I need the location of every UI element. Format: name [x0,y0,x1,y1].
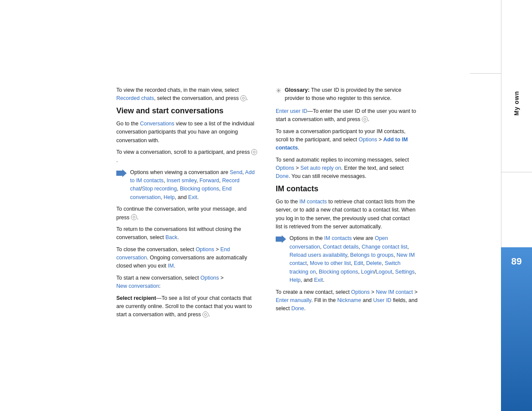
belongs-link[interactable]: Belongs to groups [350,252,394,258]
exit-link2[interactable]: Exit [314,277,323,283]
done-link1[interactable]: Done [276,173,289,179]
enter-user-id-link[interactable]: Enter user ID [276,108,308,114]
section1-p2: To view a conversation, scroll to a part… [116,148,258,165]
joystick-icon-inline [240,95,246,101]
page-container: My own 89 To view the recorded chats, in… [0,0,532,411]
glossary-text: Glossary: The user ID is provided by the… [285,86,418,103]
intro-text: To view the recorded chats, in the main … [116,87,239,93]
note1-text: Options when viewing a conversation are … [130,168,258,202]
svg-marker-1 [276,235,286,243]
svg-marker-0 [116,169,127,177]
section2-p1: Go to the IM contacts to retrieve chat c… [276,198,418,231]
joystick-icon3 [131,214,137,220]
user-id-link[interactable]: User ID [373,297,391,303]
delete-link[interactable]: Delete [366,260,382,266]
left-column: To view the recorded chats, in the main … [116,86,258,394]
intro-text2: , select the conversation, and press [154,95,240,101]
blocking-options-link[interactable]: Blocking options [180,186,219,192]
right-sidebar: My own 89 [501,0,532,411]
new-im-contact-link[interactable]: New IM contact [376,289,413,295]
conversations-link[interactable]: Conversations [140,121,174,127]
login-link[interactable]: Login [361,269,374,275]
recorded-chats-link[interactable]: Recorded chats [116,95,154,101]
back-link[interactable]: Back [165,234,177,240]
sidebar-label-area: My own [501,78,532,129]
options-save-link[interactable]: Options [358,137,377,143]
enter-user-id-para: Enter user ID—To enter the user ID of th… [276,107,418,124]
note-arrow-icon [116,169,127,177]
joystick-icon4 [202,311,208,318]
joystick-icon2 [251,149,257,155]
nickname-link[interactable]: Nickname [337,297,361,303]
stop-recording-link[interactable]: Stop recording [142,186,177,192]
help-link2[interactable]: Help [289,277,301,283]
change-contact-link[interactable]: Change contact list [361,244,407,250]
exit-link[interactable]: Exit [188,194,197,200]
create-new-contact-para: To create a new contact, select Options … [276,288,418,313]
glossary-box: ✳ Glossary: The user ID is provided by t… [276,86,418,103]
options-link1[interactable]: Options [196,246,214,252]
im-contacts-link[interactable]: IM contacts [299,199,327,205]
help-link[interactable]: Help [164,194,175,200]
glossary-label: Glossary: [285,87,310,93]
select-recipient-bold: Select recipient [116,295,156,301]
section2-heading: IM contacts [276,184,418,193]
page-number: 89 [511,256,522,267]
p5: To close the conversation, select Option… [116,246,258,271]
section1-heading: View and start conversations [116,106,258,115]
note-box-2: Options in the IM contacts view are Open… [276,234,418,284]
im-contacts-link2[interactable]: IM contacts [324,235,352,241]
set-auto-reply-link[interactable]: Set auto reply on [300,165,341,171]
note2-text: Options in the IM contacts view are Open… [289,234,418,284]
done-link2[interactable]: Done [291,305,304,311]
options-link2[interactable]: Options [200,275,219,281]
im-link[interactable]: IM [168,263,174,269]
section1-p1: Go to the Conversations view to see a li… [116,120,258,145]
new-conversation-link[interactable]: New conversation [116,283,159,289]
auto-reply-para: To send automatic replies to incoming me… [276,156,418,181]
logout-link[interactable]: Logout [376,269,392,275]
options-auto-link[interactable]: Options [276,165,294,171]
main-content: To view the recorded chats, in the main … [0,0,501,411]
reload-link[interactable]: Reload users availability [289,252,347,258]
blocking-link[interactable]: Blocking options [319,269,358,275]
note-arrow-icon2 [276,235,286,243]
page-number-box: 89 [501,247,532,411]
edit-link[interactable]: Edit [354,260,363,266]
insert-smiley-link[interactable]: Insert smiley [167,177,196,184]
settings-link[interactable]: Settings [395,269,414,275]
contact-details-link[interactable]: Contact details [323,244,359,250]
send-link[interactable]: Send [230,169,242,175]
p4: To return to the conversations list with… [116,225,258,242]
move-to-link[interactable]: Move to other list [310,260,351,266]
p3: To continue the conversation, write your… [116,205,258,222]
add-to-im-contacts-link[interactable]: Add to IM contacts [276,137,408,151]
enter-manually-link[interactable]: Enter manually [276,297,311,303]
right-column: ✳ Glossary: The user ID is provided by t… [276,86,418,394]
glossary-icon: ✳ [276,87,281,103]
joystick-icon5 [362,116,368,122]
sidebar-label: My own [513,91,520,115]
p6: To start a new conversation, select Opti… [116,274,258,291]
intro-para: To view the recorded chats, in the main … [116,86,258,103]
forward-link[interactable]: Forward [199,177,219,184]
save-participant-para: To save a conversation participant to yo… [276,128,418,153]
options-new-link[interactable]: Options [351,289,370,295]
p7: Select recipient—To see a list of your c… [116,294,258,319]
note-box-1: Options when viewing a conversation are … [116,168,258,202]
